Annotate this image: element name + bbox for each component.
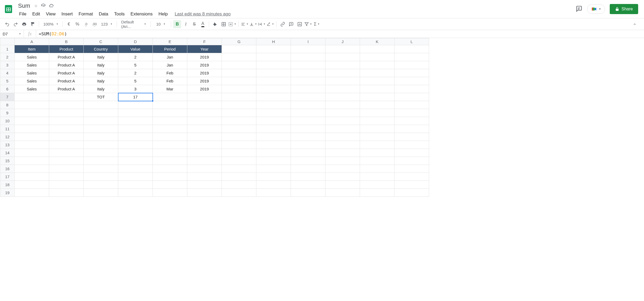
cell-L4[interactable] xyxy=(395,69,429,77)
cell-F16[interactable] xyxy=(187,165,222,173)
cell-H8[interactable] xyxy=(256,101,291,109)
cell-L13[interactable] xyxy=(395,141,429,149)
cell-A10[interactable] xyxy=(15,117,49,125)
cell-K6[interactable] xyxy=(360,85,395,93)
cell-A4[interactable]: Sales xyxy=(15,69,49,77)
cell-F3[interactable]: 2019 xyxy=(187,61,222,69)
cell-J11[interactable] xyxy=(325,125,360,133)
cell-G17[interactable] xyxy=(222,173,256,181)
cell-F15[interactable] xyxy=(187,157,222,165)
cell-B1[interactable]: Product xyxy=(49,45,84,53)
cell-F1[interactable]: Year xyxy=(187,45,222,53)
cell-B13[interactable] xyxy=(49,141,84,149)
cloud-status-icon[interactable] xyxy=(49,3,54,9)
cell-K10[interactable] xyxy=(360,117,395,125)
cell-A2[interactable]: Sales xyxy=(15,53,49,61)
cell-E18[interactable] xyxy=(153,181,187,189)
cell-J6[interactable] xyxy=(325,85,360,93)
cell-L8[interactable] xyxy=(395,101,429,109)
cell-D13[interactable] xyxy=(118,141,153,149)
cell-D17[interactable] xyxy=(118,173,153,181)
cell-A14[interactable] xyxy=(15,149,49,157)
v-align-button[interactable] xyxy=(249,20,257,28)
cell-I14[interactable] xyxy=(291,149,325,157)
rotate-button[interactable] xyxy=(266,20,274,28)
cell-A3[interactable]: Sales xyxy=(15,61,49,69)
cell-G3[interactable] xyxy=(222,61,256,69)
cell-H6[interactable] xyxy=(256,85,291,93)
cell-K2[interactable] xyxy=(360,53,395,61)
cell-J10[interactable] xyxy=(325,117,360,125)
comment-button[interactable] xyxy=(287,20,295,28)
cell-J7[interactable] xyxy=(325,93,360,101)
cell-F14[interactable] xyxy=(187,149,222,157)
italic-button[interactable]: I xyxy=(182,20,190,28)
cell-H15[interactable] xyxy=(256,157,291,165)
cell-K17[interactable] xyxy=(360,173,395,181)
spreadsheet-grid[interactable]: A B C D E F G H I J K L 1ItemProductCoun… xyxy=(0,38,644,296)
row-header-3[interactable]: 3 xyxy=(0,61,15,69)
cell-C11[interactable] xyxy=(84,125,118,133)
cell-I17[interactable] xyxy=(291,173,325,181)
col-header-A[interactable]: A xyxy=(15,38,49,45)
cell-F19[interactable] xyxy=(187,189,222,197)
row-header-19[interactable]: 19 xyxy=(0,189,15,197)
cell-G6[interactable] xyxy=(222,85,256,93)
font-size-select[interactable]: 10 xyxy=(153,22,169,26)
row-header-2[interactable]: 2 xyxy=(0,53,15,61)
cell-L14[interactable] xyxy=(395,149,429,157)
currency-button[interactable]: € xyxy=(65,20,73,28)
cell-I5[interactable] xyxy=(291,77,325,85)
collapse-toolbar-button[interactable] xyxy=(631,20,639,28)
cell-C6[interactable]: Italy xyxy=(84,85,118,93)
cell-A9[interactable] xyxy=(15,109,49,117)
menu-view[interactable]: View xyxy=(43,10,58,18)
col-header-C[interactable]: C xyxy=(84,38,118,45)
cell-A1[interactable]: Item xyxy=(15,45,49,53)
cell-G9[interactable] xyxy=(222,109,256,117)
cell-H17[interactable] xyxy=(256,173,291,181)
cell-H13[interactable] xyxy=(256,141,291,149)
row-header-10[interactable]: 10 xyxy=(0,117,15,125)
cell-G2[interactable] xyxy=(222,53,256,61)
cell-D14[interactable] xyxy=(118,149,153,157)
cell-F4[interactable]: 2019 xyxy=(187,69,222,77)
cell-I10[interactable] xyxy=(291,117,325,125)
cell-C19[interactable] xyxy=(84,189,118,197)
cell-I11[interactable] xyxy=(291,125,325,133)
cell-E15[interactable] xyxy=(153,157,187,165)
document-title[interactable]: Sum xyxy=(16,2,32,10)
cell-J1[interactable] xyxy=(325,45,360,53)
share-button[interactable]: Share xyxy=(610,4,638,14)
cell-H12[interactable] xyxy=(256,133,291,141)
col-header-F[interactable]: F xyxy=(187,38,222,45)
cell-H1[interactable] xyxy=(256,45,291,53)
row-header-1[interactable]: 1 xyxy=(0,45,15,53)
cell-I19[interactable] xyxy=(291,189,325,197)
cell-K11[interactable] xyxy=(360,125,395,133)
cell-E16[interactable] xyxy=(153,165,187,173)
cell-J16[interactable] xyxy=(325,165,360,173)
cell-A18[interactable] xyxy=(15,181,49,189)
cell-J5[interactable] xyxy=(325,77,360,85)
cell-A11[interactable] xyxy=(15,125,49,133)
increase-decimal-button[interactable]: .00→ xyxy=(90,20,98,28)
cell-J8[interactable] xyxy=(325,101,360,109)
cell-H5[interactable] xyxy=(256,77,291,85)
menu-extensions[interactable]: Extensions xyxy=(128,10,155,18)
cell-K1[interactable] xyxy=(360,45,395,53)
cell-I15[interactable] xyxy=(291,157,325,165)
cell-E3[interactable]: Jan xyxy=(153,61,187,69)
cell-C2[interactable]: Italy xyxy=(84,53,118,61)
cell-E13[interactable] xyxy=(153,141,187,149)
cell-D6[interactable]: 3 xyxy=(118,85,153,93)
cell-I7[interactable] xyxy=(291,93,325,101)
cell-C8[interactable] xyxy=(84,101,118,109)
strike-button[interactable]: S xyxy=(190,20,198,28)
cell-D19[interactable] xyxy=(118,189,153,197)
sheets-logo-icon[interactable] xyxy=(3,2,14,16)
row-header-15[interactable]: 15 xyxy=(0,157,15,165)
filter-button[interactable] xyxy=(304,20,312,28)
print-button[interactable] xyxy=(20,20,28,28)
cell-L5[interactable] xyxy=(395,77,429,85)
